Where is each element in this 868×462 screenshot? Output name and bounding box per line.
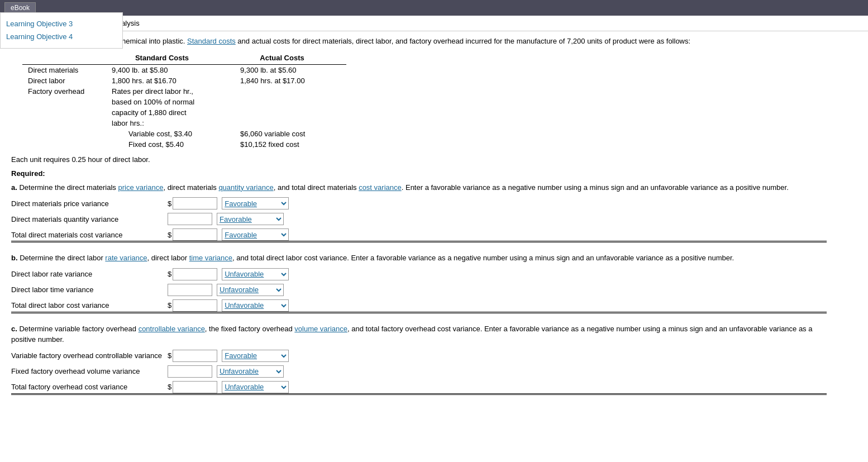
direct-materials-price-variance-input[interactable]: [173, 197, 217, 209]
section-a: a. Determine the direct materials price …: [11, 182, 827, 243]
table-cell-actual: [235, 118, 346, 128]
table-cell-label: [22, 128, 106, 139]
section-a-label: a. Determine the direct materials price …: [11, 182, 827, 193]
header-row: Factory Overhead Cost Variance Analysis: [0, 16, 868, 31]
total-factory-overhead-cost-variance-row: Total factory overhead cost variance$Unf…: [11, 381, 827, 395]
section-b-text2: , direct labor: [147, 254, 189, 262]
table-cell-label: Direct labor: [22, 75, 106, 86]
variable-factory-overhead-controllable-variance-dollar: $: [168, 351, 171, 360]
table-cell-standard: Variable cost, $3.40: [106, 128, 235, 139]
total-factory-overhead-cost-variance-select[interactable]: UnfavorableFavorable: [222, 381, 289, 393]
quantity-variance-link[interactable]: quantity variance: [218, 183, 273, 192]
direct-materials-quantity-variance-label: Direct materials quantity variance: [11, 215, 168, 223]
section-b-rows: Direct labor rate variance$UnfavorableFa…: [11, 268, 827, 313]
direct-materials-quantity-variance-input[interactable]: [168, 213, 212, 225]
section-a-rows: Direct materials price variance$Favorabl…: [11, 197, 827, 242]
dropdown-panel: Learning Objective 3 Learning Objective …: [0, 12, 123, 49]
direct-labor-time-variance-label: Direct labor time variance: [11, 285, 168, 294]
total-direct-labor-cost-variance-row: Total direct labor cost variance$Unfavor…: [11, 299, 827, 313]
section-c-text1: Determine variable factory overhead: [17, 325, 139, 333]
total-factory-overhead-cost-variance-label: Total factory overhead cost variance: [11, 383, 168, 391]
table-cell-standard: Rates per direct labor hr.,: [106, 86, 235, 97]
direct-labor-time-variance-select[interactable]: UnfavorableFavorable: [217, 284, 284, 296]
variable-factory-overhead-controllable-variance-select[interactable]: FavorableUnfavorable: [222, 350, 289, 362]
section-a-text4: . Enter a favorable variance as a negati…: [402, 183, 789, 192]
fixed-factory-overhead-volume-variance-label: Fixed factory overhead volume variance: [11, 367, 168, 375]
table-cell-actual: 9,300 lb. at $5.60: [235, 64, 346, 75]
total-factory-overhead-cost-variance-input[interactable]: [173, 381, 217, 393]
total-direct-materials-cost-variance-row: Total direct materials cost variance$Fav…: [11, 228, 827, 242]
section-b-text1: Determine the direct labor: [18, 254, 106, 262]
direct-materials-quantity-variance-row: Direct materials quantity varianceFavora…: [11, 213, 827, 225]
ebook-label: eBook: [11, 4, 30, 12]
direct-materials-price-variance-dollar: $: [168, 199, 171, 208]
volume-variance-link[interactable]: volume variance: [294, 325, 347, 333]
table-cell-standard: 9,400 lb. at $5.80: [106, 64, 235, 75]
table-row: Direct labor1,800 hrs. at $16.701,840 hr…: [22, 75, 346, 86]
table-cell-label: Factory overhead: [22, 86, 106, 97]
section-c-text2: , the fixed factory overhead: [205, 325, 294, 333]
section-a-text1: Determine the direct materials: [17, 183, 118, 192]
table-cell-actual: [235, 97, 346, 107]
table-cell-actual: 1,840 hrs. at $17.00: [235, 75, 346, 86]
total-direct-materials-cost-variance-dollar: $: [168, 231, 171, 239]
section-b: b. Determine the direct labor rate varia…: [11, 253, 827, 313]
total-direct-labor-cost-variance-input[interactable]: [173, 299, 217, 312]
table-cell-label: [22, 139, 106, 150]
direct-labor-rate-variance-row: Direct labor rate variance$UnfavorableFa…: [11, 268, 827, 280]
direct-materials-price-variance-label: Direct materials price variance: [11, 199, 168, 208]
table-row: Direct materials9,400 lb. at $5.809,300 …: [22, 64, 346, 75]
rate-variance-link[interactable]: rate variance: [105, 254, 147, 262]
price-variance-link[interactable]: price variance: [118, 183, 163, 192]
main-content: Mackinaw Inc. processes a base chemical …: [0, 31, 838, 409]
table-cell-label: [22, 118, 106, 128]
section-a-text2: , direct materials: [163, 183, 218, 192]
section-b-text3: , and total direct labor cost variance. …: [232, 254, 734, 262]
direct-materials-price-variance-select[interactable]: FavorableUnfavorable: [222, 197, 289, 209]
col-empty: [22, 53, 106, 65]
total-direct-labor-cost-variance-label: Total direct labor cost variance: [11, 301, 168, 309]
controllable-variance-link[interactable]: controllable variance: [139, 325, 205, 333]
direct-labor-time-variance-input[interactable]: [168, 284, 212, 296]
table-cell-standard: labor hrs.:: [106, 118, 235, 128]
total-direct-materials-cost-variance-input[interactable]: [173, 228, 217, 241]
total-factory-overhead-cost-variance-dollar: $: [168, 383, 171, 391]
ebook-tab[interactable]: eBook: [4, 2, 36, 13]
standard-costs-link[interactable]: Standard costs: [187, 37, 236, 45]
table-row: based on 100% of normal: [22, 97, 346, 107]
learning-objective-4-link[interactable]: Learning Objective 4: [6, 30, 117, 43]
section-c-letter: c.: [11, 325, 17, 333]
table-cell-actual: $10,152 fixed cost: [235, 139, 346, 150]
section-b-letter: b.: [11, 254, 18, 262]
table-cell-label: [22, 97, 106, 107]
intro-text-mid: and actual costs for direct materials, d…: [236, 37, 690, 45]
direct-materials-quantity-variance-select[interactable]: FavorableUnfavorable: [217, 213, 284, 225]
table-row: capacity of 1,880 direct: [22, 107, 346, 118]
total-direct-labor-cost-variance-select[interactable]: UnfavorableFavorable: [222, 299, 289, 312]
direct-labor-rate-variance-input[interactable]: [173, 268, 217, 280]
cost-variance-link[interactable]: cost variance: [359, 183, 402, 192]
col-standard: Standard Costs: [106, 53, 235, 65]
section-a-letter: a.: [11, 183, 17, 192]
table-cell-actual: $6,060 variable cost: [235, 128, 346, 139]
fixed-factory-overhead-volume-variance-input[interactable]: [168, 365, 212, 378]
direct-labor-rate-variance-select[interactable]: UnfavorableFavorable: [222, 268, 289, 280]
section-b-label: b. Determine the direct labor rate varia…: [11, 253, 827, 264]
fixed-factory-overhead-volume-variance-select[interactable]: UnfavorableFavorable: [217, 365, 284, 378]
intro-paragraph: Mackinaw Inc. processes a base chemical …: [11, 36, 827, 47]
table-cell-actual: [235, 86, 346, 97]
table-cell-standard: based on 100% of normal: [106, 97, 235, 107]
total-direct-materials-cost-variance-select[interactable]: FavorableUnfavorable: [222, 228, 289, 241]
table-row: Factory overheadRates per direct labor h…: [22, 86, 346, 97]
time-variance-link[interactable]: time variance: [189, 254, 232, 262]
variable-factory-overhead-controllable-variance-input[interactable]: [173, 350, 217, 362]
top-bar: eBook: [0, 0, 868, 16]
table-cell-label: Direct materials: [22, 64, 106, 75]
total-direct-labor-cost-variance-dollar: $: [168, 301, 171, 309]
direct-labor-time-variance-row: Direct labor time varianceUnfavorableFav…: [11, 284, 827, 296]
table-row: labor hrs.:: [22, 118, 346, 128]
direct-labor-rate-variance-label: Direct labor rate variance: [11, 270, 168, 278]
table-cell-standard: 1,800 hrs. at $16.70: [106, 75, 235, 86]
learning-objective-3-link[interactable]: Learning Objective 3: [6, 17, 117, 30]
direct-labor-rate-variance-dollar: $: [168, 270, 171, 278]
